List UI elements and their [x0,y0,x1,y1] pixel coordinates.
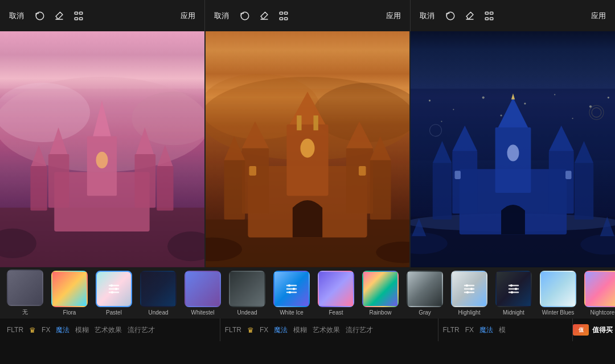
filter-label-winterblues: Winter Blues [542,309,575,316]
filter-label-pastel: Pastel [106,309,122,316]
nav-art-1[interactable]: 艺术效果 [95,325,122,335]
toolbar-section-2: 取消 应用 [205,0,410,31]
filter-thumb-winterblues [540,271,576,307]
nav-pop-2[interactable]: 流行艺才 [346,325,373,335]
svg-point-102 [511,291,513,293]
cancel-button-2[interactable]: 取消 [212,10,231,22]
toolbar-section-3: 取消 应用 [411,0,615,31]
svg-rect-0 [75,12,77,14]
filter-thumb-highlight [451,271,487,307]
filter-label-none: 无 [22,308,28,316]
expand-icon-1[interactable] [73,10,84,22]
filter-label-midnight: Midnight [503,309,524,316]
cancel-button-3[interactable]: 取消 [417,10,437,22]
castle-svg-night [411,67,615,267]
filter-item-nightcore[interactable]: Nightcore [582,271,615,316]
main-image-area [0,31,615,267]
nav-crown-2: ♛ [247,326,254,334]
toolbar-section-1: 取消 应用 [0,0,205,31]
redo-icon-3[interactable] [445,10,456,22]
nav-fx-3[interactable]: FX [465,326,474,334]
image-panel-1[interactable] [0,31,204,267]
nav-fltr-2[interactable]: FLTR [225,326,241,334]
filter-item-undead2[interactable]: Undead [227,271,268,316]
apply-button-2[interactable]: 应用 [384,10,403,22]
filter-settings-overlay-pastel [97,272,131,306]
filter-label-feast: Feast [329,309,343,316]
apply-button-1[interactable]: 应用 [178,10,198,22]
filter-item-gray[interactable]: Gray [404,271,445,316]
eraser-icon-2[interactable] [259,10,270,22]
cancel-button-1[interactable]: 取消 [7,10,26,22]
filter-item-flora[interactable]: Flora [49,271,90,316]
svg-rect-5 [285,12,288,14]
apply-button-3[interactable]: 应用 [589,10,608,22]
redo-icon-1[interactable] [34,10,46,22]
filter-item-undead[interactable]: Undead [138,271,179,316]
expand-icon-3[interactable] [483,10,495,22]
nav-art-2[interactable]: 艺术效果 [313,325,340,335]
svg-point-100 [510,284,512,287]
nav-blur-2[interactable]: 模糊 [293,325,307,335]
nav-fltr-1[interactable]: FLTR [7,326,23,334]
svg-point-101 [515,288,517,290]
svg-point-95 [293,288,295,290]
filter-label-undead2: Undead [237,309,257,316]
filter-item-pastel[interactable]: Pastel [93,271,134,316]
castle-artwork-warm [206,31,410,267]
nav-magic-3[interactable]: 魔法 [479,325,493,335]
nav-section-1: FLTR ♛ FX 魔法 模糊 艺术效果 流行艺才 [2,318,220,341]
filter-thumb-flora [51,271,88,307]
svg-rect-7 [285,18,288,20]
nav-magic-2[interactable]: 魔法 [274,325,288,335]
filter-thumb-whitestel [184,271,221,307]
filter-item-highlight[interactable]: Highlight [449,271,490,316]
filter-thumb-feast [318,271,354,307]
nav-fltr-3[interactable]: FLTR [443,326,460,334]
filter-item-none[interactable]: 无 [5,270,46,316]
castle-svg-pink [0,67,204,267]
svg-rect-8 [485,12,488,14]
nav-section-3: FLTR FX 魔法 模 [438,318,573,341]
filter-item-whitestel[interactable]: Whitestel [182,271,223,316]
eraser-icon-1[interactable] [54,10,65,22]
filter-thumb-undead [140,271,177,307]
filter-settings-overlay-whiteice [274,272,309,306]
filter-bar: 无Flora PastelUndeadWhitestelUndead White… [0,267,615,318]
expand-icon-2[interactable] [278,10,289,22]
castle-artwork-pink [0,31,204,267]
svg-rect-2 [75,18,77,20]
filter-label-nightcore: Nightcore [591,309,615,316]
bottom-nav-bar: FLTR ♛ FX 魔法 模糊 艺术效果 流行艺才 FLTR ♛ FX 魔法 模… [0,318,615,341]
filter-item-rainbow[interactable]: Rainbow [360,271,401,316]
castle-artwork-night [411,31,615,267]
filter-settings-overlay-midnight [497,272,531,306]
nav-fx-1[interactable]: FX [42,326,50,334]
nav-pop-1[interactable]: 流行艺才 [128,325,155,335]
filter-thumb-whiteice [273,271,310,307]
nav-blur-1[interactable]: 模糊 [75,325,89,335]
filter-item-feast[interactable]: Feast [315,271,356,316]
filter-label-undead: Undead [148,309,168,316]
nav-fx-2[interactable]: FX [260,326,268,334]
svg-rect-11 [490,18,493,20]
redo-icon-2[interactable] [239,10,251,22]
filter-label-whiteice: White Ice [280,309,304,316]
filter-item-winterblues[interactable]: Winter Blues [538,271,579,316]
svg-point-98 [470,288,473,290]
eraser-icon-3[interactable] [464,10,475,22]
filter-thumb-gray [407,271,443,307]
filter-item-whiteice[interactable]: White Ice [271,271,312,316]
filter-item-midnight[interactable]: Midnight [493,271,534,316]
top-toolbar: 取消 应用 取消 应用 取消 [0,0,615,31]
svg-point-96 [289,291,291,293]
nav-magic-1[interactable]: 魔法 [56,325,69,335]
nav-crown-1: ♛ [29,326,36,334]
filter-thumb-undead2 [229,271,265,307]
nav-blur-3[interactable]: 模 [499,325,506,335]
filter-label-rainbow: Rainbow [370,309,392,316]
filter-label-flora: Flora [63,309,76,316]
image-panel-3[interactable] [409,31,615,267]
image-panel-2[interactable] [204,31,410,267]
svg-rect-31 [0,89,204,267]
